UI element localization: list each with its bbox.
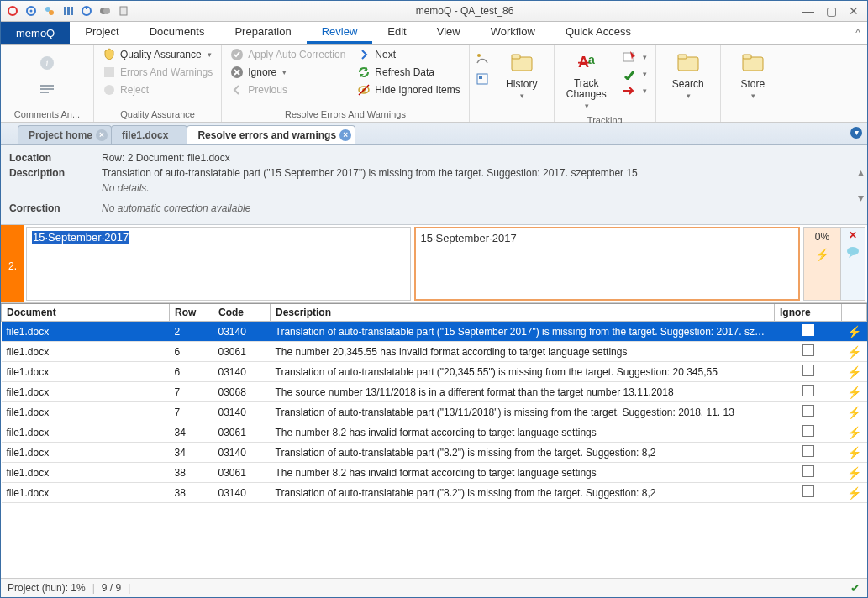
menu-tab-view[interactable]: View	[422, 22, 476, 44]
table-row[interactable]: file1.docx3403061The number 8.2 has inva…	[2, 422, 867, 443]
col-code[interactable]: Code	[213, 304, 271, 322]
qat-icon-1[interactable]	[6, 4, 19, 18]
detail-next-icon[interactable]: ▾	[858, 191, 864, 204]
history-small-icon-2[interactable]	[475, 71, 490, 87]
seg-comment-icon[interactable]	[846, 246, 860, 258]
close-icon[interactable]: ×	[96, 129, 108, 141]
svg-rect-34	[678, 55, 687, 59]
ignore-checkbox[interactable]	[802, 485, 814, 497]
table-row[interactable]: file1.docx703140Translation of auto-tran…	[2, 402, 867, 422]
lightning-icon[interactable]: ⚡	[847, 345, 861, 359]
search-button[interactable]: Search▾	[661, 46, 715, 103]
app-tab[interactable]: memoQ	[1, 22, 70, 44]
qat-icon-6[interactable]	[98, 4, 112, 18]
ignore-checkbox[interactable]	[802, 425, 814, 437]
history-button[interactable]: History▾	[495, 46, 549, 103]
qat-icon-2[interactable]	[24, 4, 38, 18]
tracking-opt-3[interactable]: ▾	[618, 83, 650, 98]
menu-tab-preparation[interactable]: Preparation	[219, 22, 306, 44]
next-button[interactable]: Next	[354, 46, 463, 63]
ignore-checkbox[interactable]	[802, 445, 814, 457]
lightning-icon[interactable]: ⚡	[847, 446, 861, 459]
table-row[interactable]: file1.docx603061The number 20,345.55 has…	[2, 342, 867, 362]
qat-icon-5[interactable]	[80, 4, 93, 18]
doc-tab[interactable]: Resolve errors and warnings×	[187, 125, 355, 144]
doc-tabs-menu-icon[interactable]: ▾	[850, 127, 862, 139]
tracking-opt-1[interactable]: ▾	[618, 50, 650, 65]
comments-list-button[interactable]	[20, 81, 74, 101]
menu-tab-edit[interactable]: Edit	[372, 22, 421, 44]
svg-text:i: i	[45, 57, 48, 69]
col-row[interactable]: Row	[170, 304, 213, 322]
table-row[interactable]: file1.docx3803061The number 8.2 has inva…	[2, 463, 867, 483]
collapse-ribbon-icon[interactable]: ^	[849, 22, 867, 44]
lightning-icon[interactable]: ⚡	[847, 325, 861, 338]
table-row[interactable]: file1.docx603140Translation of auto-tran…	[2, 362, 867, 382]
col-document[interactable]: Document	[2, 304, 170, 322]
close-button[interactable]: ✕	[849, 4, 859, 18]
menu-tab-documents[interactable]: Documents	[134, 22, 220, 44]
status-bar: Project (hun): 1% | 9 / 9 | ✔	[1, 578, 867, 597]
table-row[interactable]: file1.docx3403140Translation of auto-tra…	[2, 443, 867, 463]
lightning-icon[interactable]: ⚡	[847, 386, 861, 399]
comments-info-button[interactable]: i	[20, 46, 74, 80]
svg-rect-17	[40, 92, 49, 93]
table-row[interactable]: file1.docx203140Translation of auto-tran…	[2, 322, 867, 342]
menu-tab-workflow[interactable]: Workflow	[476, 22, 550, 44]
previous-button[interactable]: Previous	[227, 81, 349, 98]
qat-icon-4[interactable]	[61, 4, 75, 18]
reject-button[interactable]: Reject	[99, 81, 216, 98]
description-label: Description	[9, 167, 102, 179]
apply-auto-correction-button[interactable]: Apply Auto Correction	[227, 46, 349, 63]
minimize-button[interactable]: —	[802, 4, 814, 18]
detail-panel: LocationRow: 2 Document: file1.docx Desc…	[1, 145, 867, 225]
table-row[interactable]: file1.docx3803140Translation of auto-tra…	[2, 483, 867, 503]
col-description[interactable]: Description	[271, 304, 775, 322]
lightning-icon[interactable]: ⚡	[847, 466, 861, 480]
track-changes-button[interactable]: AaTrack Changes▾	[560, 46, 613, 113]
menu-tab-review[interactable]: Review	[307, 22, 373, 44]
qat-icon-3[interactable]	[43, 4, 56, 18]
ignore-checkbox[interactable]	[802, 365, 814, 376]
svg-rect-5	[64, 7, 66, 15]
ignore-button[interactable]: Ignore▾	[227, 64, 349, 81]
history-small-icon-1[interactable]	[475, 51, 490, 66]
quality-assurance-button[interactable]: Quality Assurance▾	[99, 46, 216, 63]
refresh-data-button[interactable]: Refresh Data	[354, 64, 463, 81]
errors-warnings-button[interactable]: Errors And Warnings	[99, 64, 216, 81]
ignore-checkbox[interactable]	[802, 324, 814, 336]
detail-prev-icon[interactable]: ▴	[858, 165, 864, 179]
svg-rect-7	[71, 7, 73, 15]
segment-number: 2.	[1, 225, 24, 302]
lightning-icon[interactable]: ⚡	[847, 486, 861, 500]
menu-tab-project[interactable]: Project	[70, 22, 134, 44]
status-check-icon: ✔	[850, 581, 860, 595]
table-row[interactable]: file1.docx703068The source number 13/11/…	[2, 382, 867, 402]
doc-tab[interactable]: file1.docx	[111, 125, 187, 144]
lightning-icon[interactable]: ⚡	[847, 406, 861, 419]
app-window: memoQ - QA_test_86 — ▢ ✕ memoQ ProjectDo…	[0, 0, 868, 598]
menu-tab-quick-access[interactable]: Quick Access	[550, 22, 646, 44]
ignore-checkbox[interactable]	[802, 465, 814, 477]
errors-grid[interactable]: Document Row Code Description Ignore fil…	[1, 303, 867, 578]
ignore-checkbox[interactable]	[802, 405, 814, 417]
ignore-checkbox[interactable]	[802, 344, 814, 356]
ribbon-group-search	[661, 108, 715, 122]
ignore-checkbox[interactable]	[802, 385, 814, 396]
store-button[interactable]: Store▾	[726, 46, 780, 103]
tracking-opt-2[interactable]: ▾	[618, 66, 650, 81]
doc-tab[interactable]: Project home×	[18, 125, 112, 144]
col-ignore[interactable]: Ignore	[775, 304, 842, 322]
seg-close-icon[interactable]: ✕	[849, 229, 857, 241]
source-text[interactable]: 15·September·2017	[26, 227, 411, 301]
ribbon-group-qa: Quality Assurance	[99, 108, 216, 122]
qat-icon-7[interactable]	[117, 4, 130, 18]
svg-rect-27	[479, 76, 482, 79]
target-text[interactable]: 15·September·2017	[414, 227, 801, 301]
close-icon[interactable]: ×	[339, 129, 351, 141]
lightning-icon[interactable]: ⚡	[847, 365, 861, 379]
hide-ignored-button[interactable]: Hide Ignored Items	[354, 81, 463, 98]
maximize-button[interactable]: ▢	[826, 4, 837, 18]
svg-point-11	[103, 8, 110, 14]
lightning-icon[interactable]: ⚡	[847, 426, 861, 439]
